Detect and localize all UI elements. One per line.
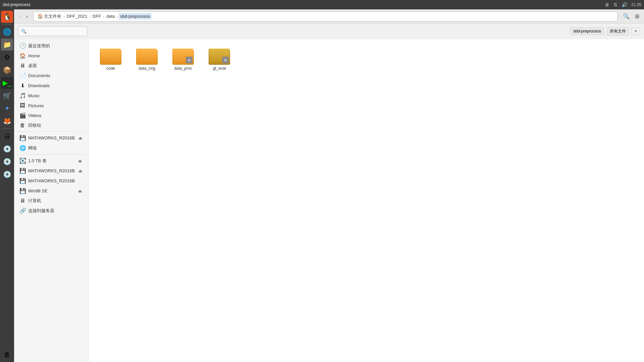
breadcrumb-sep-4: ›: [117, 14, 118, 18]
file-item-data-orig[interactable]: data_orig: [130, 45, 164, 73]
sidebar: 🕐 最近使用的 🏠 Home 🖥 桌面 📄 Documents ⬇: [14, 39, 89, 362]
sidebar-label-network: 网络: [28, 145, 83, 151]
search-icon: 🔍: [21, 28, 26, 34]
taskbar-software[interactable]: 📦: [1, 64, 13, 76]
breadcrumb-sbd[interactable]: sbd-preprocess: [119, 13, 152, 19]
taskbar-terminal[interactable]: ▶_: [1, 77, 13, 89]
mathworks1-icon: 💾: [19, 135, 25, 141]
sidebar-label-mathworks1: MATHWORKS_R2016B: [28, 135, 75, 140]
taskbar-amazon[interactable]: 🛒: [1, 89, 13, 102]
network-icon: 🌐: [19, 145, 25, 151]
breadcrumb-dff[interactable]: DFF: [91, 13, 102, 19]
file-label-data-proc: data_proc: [174, 66, 192, 71]
taskbar-firefox2[interactable]: 🦊: [1, 115, 13, 127]
computer-icon: 🖥: [19, 198, 25, 204]
sidebar-divider-1: [17, 131, 86, 132]
sidebar-item-documents[interactable]: 📄 Documents: [15, 71, 87, 80]
sidebar-label-home: Home: [28, 53, 83, 58]
view-toggle-button[interactable]: ⊞: [633, 12, 641, 21]
content-area: code data_orig: [89, 39, 644, 362]
folder-emblem-data-proc: ⊞: [186, 57, 193, 63]
sidebar-item-network[interactable]: 🌐 网络: [15, 143, 87, 153]
breadcrumb-data[interactable]: data: [105, 13, 116, 19]
file-item-data-proc[interactable]: ⊞ data_proc: [166, 45, 200, 73]
folder-icon-data-orig: [136, 47, 158, 65]
taskbar-disk3[interactable]: 💿: [1, 168, 13, 180]
sidebar-item-mathworks3[interactable]: 💾 MATHWORKS_R2016B: [15, 176, 87, 186]
sidebar-item-music[interactable]: 🎵 Music: [15, 91, 87, 101]
toolbar: ‹ › 🏠 主文件夹 › DFF_2021 › DFF › data › sbd…: [14, 9, 644, 23]
sidebar-item-volume1tb[interactable]: 💽 1.0 TB 卷 ⏏: [15, 156, 87, 166]
sidebar-label-music: Music: [28, 93, 83, 98]
breadcrumb-dff2021[interactable]: DFF_2021: [65, 13, 89, 19]
server-icon: 🔗: [19, 207, 25, 214]
search-input[interactable]: [18, 26, 87, 36]
sidebar-label-pictures: Pictures: [28, 103, 83, 108]
sidebar-label-mathworks2: MATHWORKS_R2016B: [28, 168, 75, 173]
taskbar: 🐧 🌐 📁 ⚙ 📦 ▶_ 🛒 ✦ 🦊 🖨 💿 💿 💿 🗑: [0, 9, 14, 362]
sidebar-item-downloads[interactable]: ⬇ Downloads: [15, 81, 87, 90]
taskbar-settings[interactable]: ⚙: [1, 51, 13, 63]
breadcrumb-sep-2: ›: [89, 14, 91, 18]
documents-icon: 📄: [19, 72, 25, 79]
volume1tb-icon: 💽: [19, 158, 25, 164]
sidebar-item-videos[interactable]: 🎬 Videos: [15, 111, 87, 120]
sidebar-item-home[interactable]: 🏠 Home: [15, 51, 87, 61]
taskbar-trash[interactable]: 🗑: [1, 349, 13, 361]
filter-bar: 🔍 sbd-preprocess 所有文件 +: [14, 23, 644, 39]
music-icon: 🎵: [19, 93, 25, 99]
titlebar-title: sbd-preprocess: [3, 2, 31, 7]
sidebar-label-mathworks3: MATHWORKS_R2016B: [28, 178, 83, 183]
sidebar-item-desktop[interactable]: 🖥 桌面: [15, 61, 87, 70]
taskbar-app1[interactable]: ✦: [1, 102, 13, 114]
volume-icon[interactable]: 🔊: [622, 2, 627, 7]
folder-icon-gt-eval: ⊞: [209, 47, 230, 65]
breadcrumb-sep-1: ›: [63, 14, 65, 18]
eject-mathworks1-button[interactable]: ⏏: [77, 135, 83, 141]
home-icon: 🏠: [19, 53, 25, 59]
breadcrumb-home[interactable]: 🏠 主文件夹: [36, 13, 63, 20]
win98-icon: 💾: [19, 188, 25, 194]
taskbar-disk1[interactable]: 💿: [1, 143, 13, 155]
folder-icon-code: [100, 47, 121, 65]
recent-icon: 🕐: [19, 43, 25, 49]
sidebar-label-volume1tb: 1.0 TB 卷: [28, 158, 74, 164]
monitor-icon[interactable]: 🖥: [605, 2, 609, 7]
titlebar: sbd-preprocess 🖥 ⇅ 🔊 21:35: [0, 0, 644, 9]
add-filter-button[interactable]: +: [632, 27, 640, 35]
back-button[interactable]: ‹: [17, 12, 22, 21]
eject-mathworks2-button[interactable]: ⏏: [77, 168, 83, 174]
videos-icon: 🎬: [19, 112, 25, 119]
taskbar-divider2: [2, 128, 12, 129]
sidebar-item-server[interactable]: 🔗 连接到服务器: [15, 206, 87, 216]
sidebar-item-recent[interactable]: 🕐 最近使用的: [15, 41, 87, 51]
file-item-gt-eval[interactable]: ⊞ gt_eval: [203, 45, 236, 73]
downloads-icon: ⬇: [19, 82, 25, 89]
sidebar-item-trash[interactable]: 🗑 回收站: [15, 121, 87, 130]
folder-emblem-gt-eval: ⊞: [222, 57, 229, 63]
sidebar-item-computer[interactable]: 🖥 计算机: [15, 196, 87, 205]
main-area: 🕐 最近使用的 🏠 Home 🖥 桌面 📄 Documents ⬇: [14, 39, 644, 362]
taskbar-disk2[interactable]: 💿: [1, 156, 13, 168]
filter-type-tag[interactable]: 所有文件: [607, 27, 629, 36]
taskbar-printer1[interactable]: 🖨: [1, 130, 13, 142]
file-label-gt-eval: gt_eval: [213, 66, 226, 71]
taskbar-firefox[interactable]: 🌐: [1, 26, 13, 38]
eject-win98-button[interactable]: ⏏: [77, 188, 83, 194]
search-button[interactable]: 🔍: [621, 12, 632, 21]
sidebar-item-mathworks1[interactable]: 💾 MATHWORKS_R2016B ⏏: [15, 133, 87, 143]
clock: 21:35: [631, 2, 641, 7]
taskbar-divider: [2, 24, 12, 24]
mathworks2-icon: 💾: [19, 168, 25, 174]
sidebar-item-pictures[interactable]: 🖼 Pictures: [15, 101, 87, 110]
forward-button[interactable]: ›: [24, 12, 30, 21]
sidebar-item-mathworks2[interactable]: 💾 MATHWORKS_R2016B ⏏: [15, 166, 87, 176]
sidebar-item-win98[interactable]: 💾 Win98 SE ⏏: [15, 186, 87, 196]
file-item-code[interactable]: code: [94, 45, 127, 73]
transfer-icon[interactable]: ⇅: [613, 2, 618, 7]
taskbar-files[interactable]: 📁: [1, 39, 13, 51]
filter-location-tag[interactable]: sbd-preprocess: [570, 27, 604, 35]
pictures-icon: 🖼: [19, 103, 25, 109]
taskbar-ubuntu[interactable]: 🐧: [1, 11, 13, 23]
eject-volume1tb-button[interactable]: ⏏: [77, 158, 83, 164]
